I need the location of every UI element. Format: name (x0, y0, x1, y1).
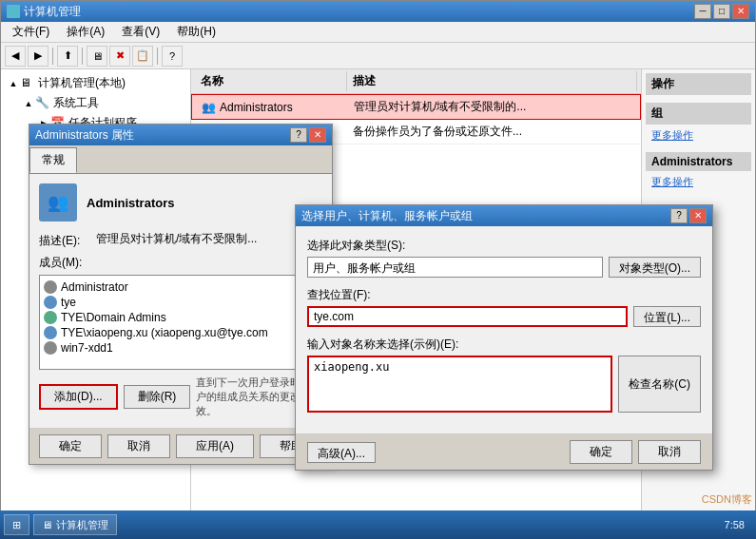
close-button[interactable]: ✕ (732, 4, 749, 19)
cancel-button-admin[interactable]: 取消 (107, 434, 170, 458)
col-desc: 描述 (347, 71, 637, 91)
ok-button-admin[interactable]: 确定 (39, 434, 102, 458)
dialog-admin-close-btn[interactable]: ✕ (309, 127, 326, 143)
tree-root-label: 计算机管理(本地) (38, 75, 126, 91)
member-xiaopeng-icon (44, 326, 57, 339)
select-users-body: 选择此对象类型(S): 用户、服务帐户或组 对象类型(O)... 查找位置(F)… (296, 226, 712, 433)
member-domain-icon (44, 311, 57, 324)
location-row: 查找位置(F): 位置(L)... (307, 287, 701, 327)
tab-general[interactable]: 常规 (29, 147, 77, 173)
member-xiaopeng-name: TYE\xiaopeng.xu (xiaopeng.xu@tye.com (61, 326, 268, 339)
computer-icon: 🖥 (20, 76, 35, 91)
location-button[interactable]: 位置(L)... (633, 306, 701, 327)
name-entry-label-text: 输入对象名称来选择(示例)(E): (307, 337, 458, 351)
dialog-admin-title-bar: Administrators 属性 ? ✕ (29, 125, 332, 145)
admin-big-icon: 👥 (39, 183, 77, 221)
apply-button-admin[interactable]: 应用(A) (176, 434, 254, 458)
taskbar-window[interactable]: 🖥 计算机管理 (33, 514, 117, 535)
member-domain-admins[interactable]: TYE\Domain Admins (44, 310, 318, 325)
list-header: 名称 描述 (191, 69, 641, 94)
admins-icon: 👥 (202, 101, 216, 114)
add-button[interactable]: 添加(D)... (39, 384, 118, 410)
object-type-row: 选择此对象类型(S): 用户、服务帐户或组 对象类型(O)... (307, 238, 701, 278)
member-win7-name: win7-xdd1 (61, 341, 113, 355)
dialog-select-users: 选择用户、计算机、服务帐户或组 ? ✕ 选择此对象类型(S): 用户、服务帐户或… (295, 204, 713, 471)
more-actions-2[interactable]: 更多操作 (646, 173, 751, 191)
check-name-button[interactable]: 检查名称(C) (618, 356, 701, 413)
tools-icon: 🔧 (35, 96, 50, 111)
forward-button[interactable]: ▶ (28, 46, 48, 67)
dialog-admin-properties: Administrators 属性 ? ✕ 常规 👥 Administrator… (29, 124, 333, 465)
dialog-admin-title-label: Administrators 属性 (35, 127, 134, 144)
group-label: 组 (646, 103, 751, 125)
name-entry-row: 输入对象名称来选择(示例)(E): xiaopeng.xu 检查名称(C) (307, 337, 701, 413)
member-tye[interactable]: tye (44, 295, 318, 310)
maximize-button[interactable]: □ (713, 4, 730, 19)
select-users-close-btn[interactable]: ✕ (689, 208, 707, 223)
col-name: 名称 (195, 71, 347, 91)
properties-button[interactable]: 📋 (132, 46, 153, 67)
list-row-admins[interactable]: 👥 Administrators 管理员对计算机/域有不受限制的... (191, 94, 641, 120)
remove-button[interactable]: 删除(R) (124, 385, 191, 409)
help-button-toolbar[interactable]: ? (162, 46, 183, 67)
member-win7[interactable]: win7-xdd1 (44, 340, 318, 356)
main-window-title: 计算机管理 (24, 4, 81, 20)
backup-desc: 备份操作员为了备份或还原文件... (347, 122, 637, 142)
menu-file[interactable]: 文件(F) (5, 22, 57, 42)
member-admin-name: Administrator (61, 280, 128, 294)
member-win7-icon (44, 341, 57, 355)
menu-action[interactable]: 操作(A) (59, 22, 112, 42)
expand-icon-root: ▲ (7, 77, 20, 90)
action-header: 操作 (646, 73, 751, 95)
select-users-footer: 高级(A)... 确定 取消 (296, 433, 712, 470)
members-label: 成员(M): (39, 255, 322, 271)
location-label: 查找位置(F): (307, 287, 701, 303)
clock-time: 7:58 (725, 519, 745, 530)
desc-field-row: 描述(E): 管理员对计算机/域有不受限制... (39, 231, 322, 249)
select-users-title-label: 选择用户、计算机、服务帐户或组 (301, 208, 473, 224)
back-button[interactable]: ◀ (5, 46, 26, 67)
up-button[interactable]: ⬆ (57, 46, 78, 67)
tree-system-tools-label: 系统工具 (53, 95, 99, 111)
watermark: CSDN博客 (702, 492, 752, 507)
object-type-value: 用户、服务帐户或组 (307, 257, 603, 278)
select-users-title-bar: 选择用户、计算机、服务帐户或组 ? ✕ (296, 205, 712, 226)
location-input[interactable] (307, 306, 628, 327)
cancel-button-select[interactable]: 取消 (638, 440, 701, 464)
member-xiaopeng[interactable]: TYE\xiaopeng.xu (xiaopeng.xu@tye.com (44, 325, 318, 340)
members-list[interactable]: Administrator tye TYE\Domain Admins TYE\… (39, 275, 322, 370)
menu-bar: 文件(F) 操作(A) 查看(V) 帮助(H) (1, 22, 755, 43)
taskbar: ⊞ 🖥 计算机管理 7:58 (0, 510, 756, 539)
menu-help[interactable]: 帮助(H) (169, 22, 223, 42)
dialog-admin-help-btn[interactable]: ? (290, 127, 307, 143)
tree-item-system-tools[interactable]: ▲ 🔧 系统工具 (20, 93, 186, 113)
name-entry-input[interactable]: xiaopeng.xu (307, 356, 612, 413)
name-entry-wrap: xiaopeng.xu (307, 356, 612, 413)
computer-button[interactable]: 🖥 (87, 46, 107, 67)
admins-name: Administrators (220, 101, 293, 114)
toolbar: ◀ ▶ ⬆ 🖥 ✖ 📋 ? (1, 43, 755, 69)
delete-button[interactable]: ✖ (109, 46, 130, 67)
member-admin-icon (44, 280, 57, 294)
advanced-button[interactable]: 高级(A)... (307, 442, 376, 463)
location-wrap (307, 306, 628, 327)
object-type-button[interactable]: 对象类型(O)... (609, 257, 701, 278)
menu-view[interactable]: 查看(V) (114, 22, 167, 42)
object-type-label: 选择此对象类型(S): (307, 238, 701, 254)
toolbar-sep-1 (52, 48, 53, 65)
tree-item-root[interactable]: ▲ 🖥 计算机管理(本地) (5, 73, 186, 93)
select-users-help-btn[interactable]: ? (670, 208, 688, 223)
dialog-bottom-row: 添加(D)... 删除(R) 直到下一次用户登录时对用户的组成员关系的更改才生效… (39, 375, 322, 418)
expand-icon-tools: ▲ (22, 97, 35, 110)
more-actions-1[interactable]: 更多操作 (646, 126, 751, 144)
object-type-row-inner: 用户、服务帐户或组 对象类型(O)... (307, 257, 701, 278)
member-domain-name: TYE\Domain Admins (61, 311, 166, 324)
minimize-button[interactable]: ─ (694, 4, 711, 19)
start-icon: ⊞ (12, 519, 21, 531)
taskbar-start[interactable]: ⊞ (4, 514, 29, 535)
admin-name-label: Administrators (87, 196, 174, 210)
su-footer-buttons: 确定 取消 (570, 440, 701, 464)
ok-button-select[interactable]: 确定 (570, 440, 632, 464)
title-bar-left: 计算机管理 (7, 4, 81, 20)
member-administrator[interactable]: Administrator (44, 279, 318, 295)
